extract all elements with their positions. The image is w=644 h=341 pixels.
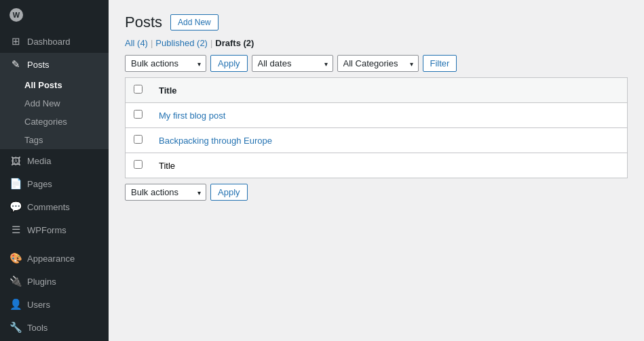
sidebar-item-label: WPForms [27,225,67,235]
sidebar-item-tools[interactable]: 🔧 Tools [0,316,109,339]
comments-icon: 💬 [10,201,22,213]
sidebar-item-media[interactable]: 🖼 Media [0,149,109,172]
bulk-actions-select[interactable]: Bulk actions [125,55,206,72]
tab-all[interactable]: All (4) [125,38,148,48]
posts-submenu: All Posts Add New Categories Tags [0,76,109,149]
tab-published[interactable]: Published (2) [155,38,208,48]
sidebar-item-label: Tools [27,323,48,333]
sidebar-item-pages[interactable]: 📄 Pages [0,172,109,195]
categories-wrap: All Categories ▾ [337,55,419,72]
sidebar: W ⊞ Dashboard ✎ Posts All Posts Add New … [0,0,109,341]
sidebar-item-label: Plugins [27,277,56,287]
sidebar-item-plugins[interactable]: 🔌 Plugins [0,270,109,293]
table-header-row: Title [126,78,628,103]
sidebar-item-label: Media [27,156,51,166]
pages-icon: 📄 [10,178,22,190]
title-footer-cell: Title [151,153,628,178]
sidebar-item-appearance[interactable]: 🎨 Appearance [0,247,109,270]
row-checkbox-cell [126,128,151,153]
users-icon: 👤 [10,298,22,310]
select-all-footer-cell [126,153,151,178]
bulk-actions-bottom-select[interactable]: Bulk actions [125,184,206,201]
row-checkbox[interactable] [134,110,143,119]
select-all-footer-checkbox[interactable] [134,160,143,169]
tab-filters: All (4) | Published (2) | Drafts (2) [125,38,628,48]
categories-select[interactable]: All Categories [337,55,419,72]
sidebar-item-label: Dashboard [27,37,71,47]
posts-icon: ✎ [10,58,22,71]
title-column-header: Title [151,78,628,103]
wp-logo: W [0,0,109,30]
sidebar-item-posts[interactable]: ✎ Posts [0,53,109,76]
sidebar-item-label: Users [27,300,50,310]
sidebar-item-dashboard[interactable]: ⊞ Dashboard [0,30,109,53]
sidebar-item-users[interactable]: 👤 Users [0,293,109,316]
bulk-actions-wrap: Bulk actions ▾ [125,55,206,72]
toolbar-top: Bulk actions ▾ Apply All dates ▾ All Cat… [125,55,628,72]
toolbar-bottom: Bulk actions ▾ Apply [125,184,628,201]
page-title-row: Posts Add New [125,14,628,31]
all-dates-select[interactable]: All dates [252,55,333,72]
apply-button-top[interactable]: Apply [210,55,248,72]
row-checkbox-cell [126,103,151,128]
sidebar-subitem-all-posts[interactable]: All Posts [0,76,109,94]
page-title: Posts [125,14,162,31]
sidebar-item-wpforms[interactable]: ☰ WPForms [0,218,109,241]
appearance-icon: 🎨 [10,252,22,264]
table-row: Backpacking through Europe [126,128,628,153]
table-row: My first blog post [126,103,628,128]
sidebar-item-label: Posts [27,60,50,70]
tools-icon: 🔧 [10,321,22,334]
post-title-link[interactable]: My first blog post [159,111,225,121]
sidebar-subitem-add-new[interactable]: Add New [0,94,109,113]
post-title-link[interactable]: Backpacking through Europe [159,136,272,146]
wp-icon: W [10,8,23,22]
dashboard-icon: ⊞ [10,35,22,47]
main-content: Posts Add New All (4) | Published (2) | … [109,0,644,341]
wpforms-icon: ☰ [10,224,22,236]
posts-table: Title My first blog post Backpacking thr… [125,77,628,178]
select-all-checkbox[interactable] [134,85,143,94]
table-footer-row: Title [126,153,628,178]
sidebar-item-label: Appearance [27,254,75,264]
tab-drafts[interactable]: Drafts (2) [215,38,254,48]
add-new-button[interactable]: Add New [170,14,219,31]
sidebar-item-label: Pages [27,179,52,189]
sidebar-subitem-tags[interactable]: Tags [0,131,109,149]
row-checkbox[interactable] [134,135,143,144]
dates-wrap: All dates ▾ [252,55,333,72]
row-title-cell: Backpacking through Europe [151,128,628,153]
media-icon: 🖼 [10,155,22,167]
filter-button[interactable]: Filter [423,55,457,72]
plugins-icon: 🔌 [10,275,22,287]
row-title-cell: My first blog post [151,103,628,128]
sidebar-item-label: Comments [27,202,70,212]
apply-button-bottom[interactable]: Apply [210,184,248,201]
select-all-cell [126,78,151,103]
sidebar-subitem-categories[interactable]: Categories [0,113,109,131]
sidebar-item-comments[interactable]: 💬 Comments [0,195,109,218]
bulk-actions-bottom-wrap: Bulk actions ▾ [125,184,206,201]
